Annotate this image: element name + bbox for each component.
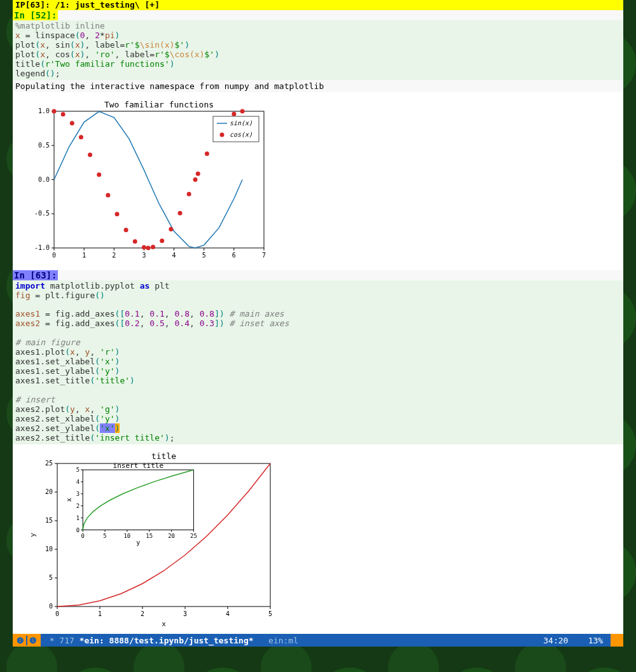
cos-dot (146, 245, 151, 250)
cos-dot (97, 172, 101, 177)
cos-dot (79, 135, 83, 139)
cell-2-prompt: In [63]: (13, 270, 58, 280)
cos-dot (187, 191, 191, 196)
inset-xlabel: y (136, 538, 140, 545)
cell-1-output-text: Populating the interactive namespace fro… (13, 80, 623, 92)
cell-1-chart: Two familiar functions01234567-1.0-0.50.… (13, 92, 623, 270)
statusbar-buffer-info: * 717 *ein: 8888/test.ipynb/just_testing… (41, 636, 541, 645)
x-tick-label: 4 (226, 610, 230, 617)
legend-sin: sin(x) (230, 120, 252, 127)
inset-y-tick: 3 (76, 490, 80, 497)
xlabel: x (162, 620, 166, 628)
x-tick-label: 4 (172, 252, 176, 259)
y-tick-label: 25 (45, 460, 53, 467)
y-tick-label: -0.5 (34, 210, 50, 217)
inset-title: insert title (113, 462, 163, 470)
legend-cos: cos(x) (230, 131, 252, 138)
cos-dot (106, 193, 110, 197)
chart-title-inset: title012345x0510152025yinsert title05101… (25, 451, 280, 629)
cell-1[interactable]: In [52]: %matplotlib inline x = linspace… (13, 10, 623, 270)
x-tick-label: 0 (55, 610, 59, 617)
y-tick-label: 20 (45, 488, 53, 495)
cos-dot (151, 245, 155, 249)
cell-1-code[interactable]: %matplotlib inline x = linspace(0, 2*pi)… (13, 20, 623, 80)
inset-axes (83, 470, 193, 530)
inset-x-tick: 15 (146, 532, 153, 538)
x-tick-label: 6 (232, 252, 236, 259)
y-tick-label: 0 (49, 603, 53, 610)
inset-x-tick: 0 (81, 532, 84, 538)
x-tick-label: 7 (262, 252, 266, 259)
cos-dot (88, 153, 92, 157)
inset-x-tick: 25 (190, 532, 197, 538)
y-tick-label: -1.0 (34, 244, 50, 251)
cell-1-prompt: In [52]: (13, 10, 58, 20)
x-tick-label: 5 (202, 252, 206, 259)
cos-dot (142, 245, 146, 249)
cell-2[interactable]: In [63]: import matplotlib.pyplot as plt… (13, 270, 623, 635)
cos-dot (205, 151, 209, 156)
svg-point-15 (220, 132, 225, 137)
inset-y-tick: 0 (76, 526, 80, 533)
x-tick-label: 0 (52, 252, 56, 259)
inset-ylabel: x (66, 498, 73, 502)
y-tick-label: 0.5 (38, 141, 50, 148)
cos-dot (196, 171, 200, 175)
y-tick-label: 10 (45, 545, 53, 552)
cell-2-code[interactable]: import matplotlib.pyplot as plt fig = pl… (13, 280, 623, 444)
cos-dot (178, 210, 183, 215)
cos-dot (115, 212, 120, 216)
inset-x-tick: 10 (123, 532, 130, 538)
cos-dot (124, 228, 128, 232)
inset-y-tick: 2 (76, 502, 80, 509)
cos-dot (52, 109, 57, 113)
cos-dot (232, 111, 236, 116)
x-tick-label: 2 (141, 610, 144, 617)
cos-dot (193, 177, 198, 182)
statusbar-position: 34:20 13% (541, 636, 611, 645)
chart-two-familiar-functions: Two familiar functions01234567-1.0-0.50.… (25, 99, 270, 264)
chart2-title: title (151, 451, 176, 461)
ylabel: y (29, 532, 37, 537)
y-tick-label: 5 (49, 574, 53, 581)
cos-dot (133, 239, 137, 243)
cos-dot (70, 121, 74, 125)
y-tick-label: 0.0 (38, 175, 50, 182)
x-tick-label: 3 (142, 252, 146, 259)
x-tick-label: 5 (268, 610, 272, 617)
statusbar-workspace-indicator: ❷┃❶ (13, 634, 41, 647)
title-bar: IP[63]: /1: just_testing\ [+] (13, 0, 623, 10)
inset-x-tick: 5 (103, 532, 106, 538)
cell-2-chart: title012345x0510152025yinsert title05101… (13, 444, 623, 635)
cos-dot (160, 238, 164, 243)
statusbar-end-block (611, 634, 623, 647)
y-tick-label: 1.0 (38, 107, 50, 114)
cos-dot (61, 112, 66, 116)
status-bar: ❷┃❶ * 717 *ein: 8888/test.ipynb/just_tes… (13, 634, 623, 647)
inset-y-tick: 4 (76, 478, 80, 484)
inset-x-tick: 20 (168, 532, 175, 538)
inset-y-tick: 5 (76, 467, 80, 473)
chart-title: Two familiar functions (104, 100, 214, 109)
inset-y-tick: 1 (76, 514, 80, 521)
cos-dot (240, 109, 245, 113)
x-tick-label: 1 (82, 252, 86, 259)
editor-window: IP[63]: /1: just_testing\ [+] In [52]: %… (13, 0, 623, 636)
cos-dot (169, 227, 173, 231)
x-tick-label: 1 (98, 610, 102, 617)
x-tick-label: 3 (183, 610, 187, 617)
x-tick-label: 2 (112, 252, 116, 259)
y-tick-label: 15 (45, 517, 53, 524)
